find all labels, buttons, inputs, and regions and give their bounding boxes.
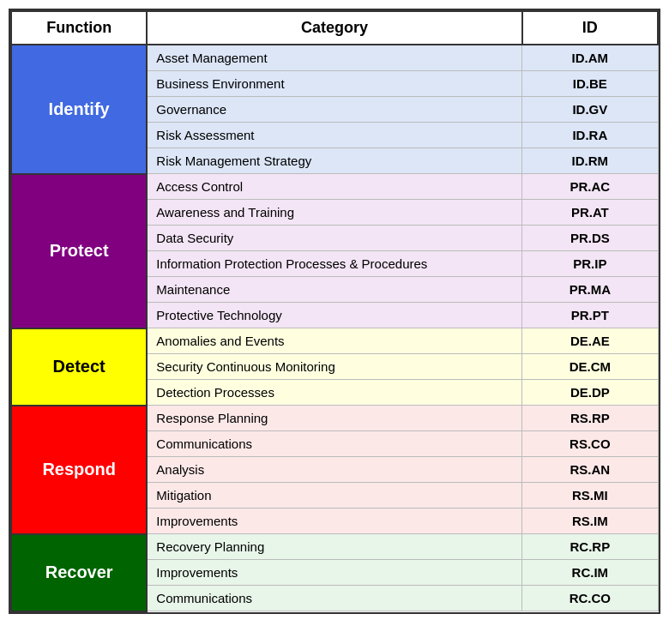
- category-cell: Asset Management: [147, 45, 521, 71]
- table-row: RecoverRecovery PlanningRC.RP: [11, 534, 658, 560]
- id-cell: RS.RP: [522, 406, 658, 431]
- func-cell-recover: Recover: [11, 534, 147, 611]
- header-id: ID: [522, 11, 658, 45]
- id-cell: RC.RP: [522, 534, 658, 560]
- table-row: DetectAnomalies and EventsDE.AE: [11, 328, 658, 354]
- category-cell: Analysis: [147, 457, 521, 483]
- header-category: Category: [147, 11, 521, 45]
- category-cell: Access Control: [147, 174, 521, 200]
- id-cell: PR.MA: [522, 277, 658, 303]
- category-cell: Security Continuous Monitoring: [147, 354, 521, 380]
- category-cell: Anomalies and Events: [147, 328, 521, 354]
- id-cell: DE.CM: [522, 354, 658, 380]
- id-cell: RC.CO: [522, 586, 658, 611]
- id-cell: RS.CO: [522, 431, 658, 457]
- id-cell: DE.AE: [522, 328, 658, 354]
- id-cell: ID.BE: [522, 71, 658, 97]
- id-cell: RS.IM: [522, 509, 658, 534]
- category-cell: Improvements: [147, 509, 521, 534]
- id-cell: ID.AM: [522, 45, 658, 71]
- category-cell: Response Planning: [147, 406, 521, 431]
- category-cell: Governance: [147, 97, 521, 123]
- category-cell: Data Security: [147, 226, 521, 251]
- category-cell: Protective Technology: [147, 303, 521, 328]
- category-cell: Risk Assessment: [147, 123, 521, 148]
- header-function: Function: [11, 11, 147, 45]
- category-cell: Communications: [147, 586, 521, 611]
- category-cell: Improvements: [147, 560, 521, 586]
- id-cell: ID.RA: [522, 123, 658, 148]
- category-cell: Communications: [147, 431, 521, 457]
- id-cell: PR.PT: [522, 303, 658, 328]
- category-cell: Maintenance: [147, 277, 521, 303]
- id-cell: ID.GV: [522, 97, 658, 123]
- category-cell: Mitigation: [147, 483, 521, 509]
- table-row: IdentifyAsset ManagementID.AM: [11, 45, 658, 71]
- category-cell: Recovery Planning: [147, 534, 521, 560]
- category-cell: Awareness and Training: [147, 200, 521, 226]
- table-row: ProtectAccess ControlPR.AC: [11, 174, 658, 200]
- func-cell-detect: Detect: [11, 328, 147, 406]
- func-cell-respond: Respond: [11, 406, 147, 534]
- id-cell: DE.DP: [522, 380, 658, 406]
- category-cell: Information Protection Processes & Proce…: [147, 251, 521, 277]
- category-cell: Detection Processes: [147, 380, 521, 406]
- func-cell-protect: Protect: [11, 174, 147, 328]
- func-cell-identify: Identify: [11, 45, 147, 174]
- category-cell: Risk Management Strategy: [147, 148, 521, 174]
- id-cell: PR.IP: [522, 251, 658, 277]
- id-cell: PR.AT: [522, 200, 658, 226]
- framework-table: Function Category ID IdentifyAsset Manag…: [9, 9, 660, 614]
- id-cell: RS.AN: [522, 457, 658, 483]
- id-cell: RC.IM: [522, 560, 658, 586]
- id-cell: PR.AC: [522, 174, 658, 200]
- id-cell: PR.DS: [522, 226, 658, 251]
- table-row: RespondResponse PlanningRS.RP: [11, 406, 658, 431]
- id-cell: ID.RM: [522, 148, 658, 174]
- category-cell: Business Environment: [147, 71, 521, 97]
- id-cell: RS.MI: [522, 483, 658, 509]
